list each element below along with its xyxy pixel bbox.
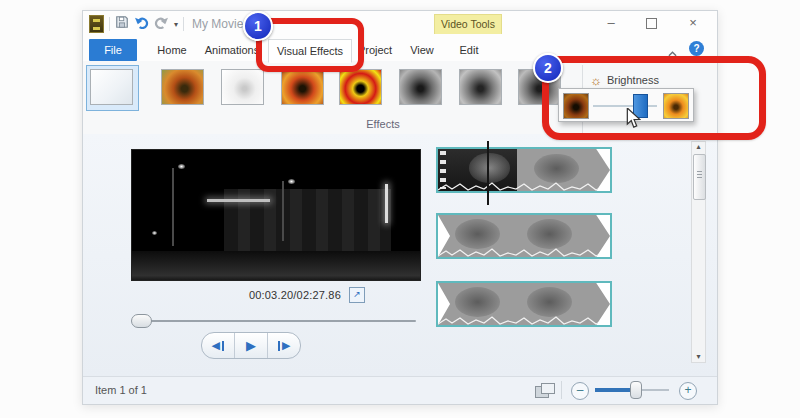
- brightness-dark-thumbnail: [563, 93, 589, 119]
- play-icon: ▶: [246, 339, 256, 352]
- preview-marquee-light: [207, 199, 270, 202]
- audio-waveform: [438, 247, 610, 257]
- divider: [109, 17, 110, 31]
- zoom-out-button[interactable]: –: [571, 382, 589, 400]
- effect-thumbnail-black-white-2[interactable]: [459, 69, 502, 105]
- preview-road: [132, 251, 420, 280]
- quick-access-toolbar: ▾ My Movie: [89, 15, 243, 33]
- redo-icon[interactable]: [154, 15, 169, 33]
- timeline-scrollbar[interactable]: ▴ ▾: [691, 141, 706, 363]
- clip-frame-image: [534, 154, 579, 183]
- timeline-clip-row-3[interactable]: [436, 281, 612, 327]
- clip-filmstrip: [438, 215, 610, 257]
- timeline-clip-row-1[interactable]: [436, 147, 612, 193]
- tab-animations[interactable]: Animations: [201, 39, 263, 61]
- brightness-bright-thumbnail: [663, 93, 689, 119]
- divider: [561, 381, 562, 399]
- effect-thumbnail-black-white-1[interactable]: [399, 69, 442, 105]
- timeline-clip-row-2[interactable]: [436, 213, 612, 259]
- next-frame-button[interactable]: ▶: [267, 333, 300, 358]
- maximize-icon: [646, 18, 657, 29]
- thumbnail-view-icon[interactable]: [535, 383, 554, 397]
- previous-frame-button[interactable]: ◀: [202, 333, 234, 358]
- save-icon[interactable]: [115, 15, 129, 33]
- previous-frame-icon: ◀: [212, 340, 220, 351]
- scroll-up-icon[interactable]: ▴: [692, 142, 705, 152]
- collapse-ribbon-icon[interactable]: [668, 44, 676, 52]
- qat-dropdown-icon[interactable]: ▾: [174, 20, 178, 29]
- title-bar: ▾ My Movie – ×: [83, 11, 717, 37]
- video-preview: [131, 149, 421, 281]
- undo-icon[interactable]: [134, 15, 149, 33]
- zoom-slider-fill: [595, 388, 635, 392]
- seek-bar-handle[interactable]: [131, 314, 152, 328]
- effect-thumbnail-warm-vivid[interactable]: [281, 69, 324, 105]
- callout-step-2-badge: 2: [533, 53, 563, 83]
- effect-thumbnail-posterize[interactable]: [339, 69, 382, 105]
- close-button[interactable]: ×: [678, 11, 708, 35]
- playback-timestamp: 00:03.20/02:27.86: [223, 289, 341, 301]
- preview-streetlamp: [178, 164, 185, 169]
- frame-bar-glyph: [278, 341, 281, 351]
- play-button[interactable]: ▶: [234, 333, 267, 358]
- preview-pole: [282, 181, 284, 241]
- clip-frame-image: [455, 287, 500, 317]
- effects-group-label: Effects: [323, 118, 443, 130]
- clip-frame-image: [527, 287, 572, 317]
- tab-edit[interactable]: Edit: [447, 39, 491, 61]
- clip-filmstrip: [438, 283, 610, 325]
- audio-waveform: [438, 181, 610, 191]
- tab-home[interactable]: Home: [149, 39, 195, 61]
- help-icon[interactable]: ?: [689, 41, 704, 56]
- zoom-slider-handle[interactable]: [630, 381, 642, 399]
- audio-waveform: [438, 315, 610, 325]
- item-count-text: Item 1 of 1: [95, 384, 147, 396]
- effect-thumbnail-no-effect[interactable]: [90, 69, 133, 105]
- clip-frame-image: [469, 153, 510, 182]
- fullscreen-expand-icon[interactable]: ↗: [349, 287, 365, 303]
- main-content: 00:03.20/02:27.86 ↗ ◀ ▶ ▶: [83, 134, 717, 376]
- preview-streetlamp: [152, 231, 157, 235]
- status-bar: Item 1 of 1 – +: [83, 376, 717, 404]
- maximize-button[interactable]: [636, 11, 666, 35]
- movie-maker-logo-icon: [89, 15, 104, 33]
- tab-file[interactable]: File: [89, 39, 137, 61]
- screenshot-canvas: ▾ My Movie – × Video Tools File Home Ani…: [0, 0, 800, 418]
- callout-step-1-badge: 1: [243, 11, 273, 41]
- tab-view[interactable]: View: [403, 39, 441, 61]
- clip-frame-image: [455, 219, 500, 249]
- effect-thumbnail-sketch[interactable]: [221, 69, 264, 105]
- mouse-pointer-icon: [626, 108, 641, 129]
- preview-sign-light: [385, 184, 388, 223]
- zoom-in-button[interactable]: +: [679, 382, 697, 400]
- seek-bar-track[interactable]: [136, 320, 416, 322]
- scrollbar-thumb[interactable]: [693, 154, 706, 200]
- window-title: My Movie: [192, 17, 243, 31]
- minimize-button[interactable]: –: [596, 11, 626, 35]
- clip-frame-image: [527, 219, 572, 249]
- clip-filmstrip: [438, 149, 610, 191]
- scroll-down-icon[interactable]: ▾: [692, 352, 705, 362]
- playback-controls: ◀ ▶ ▶: [201, 332, 301, 359]
- effect-thumbnail-selected-frame[interactable]: [86, 65, 139, 111]
- video-tools-contextual-label: Video Tools: [434, 14, 502, 34]
- timeline-playhead[interactable]: [487, 141, 489, 205]
- frame-bar-glyph: [222, 341, 225, 351]
- preview-pole: [172, 168, 174, 246]
- next-frame-icon: ▶: [282, 340, 290, 351]
- divider: [183, 17, 184, 31]
- effect-thumbnail-warm-tone[interactable]: [161, 69, 204, 105]
- preview-streetlamp: [288, 179, 295, 184]
- scrollbar-grip: [697, 171, 702, 178]
